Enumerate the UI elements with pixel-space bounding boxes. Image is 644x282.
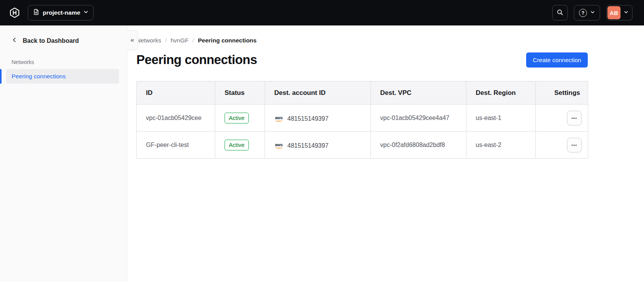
search-icon — [557, 9, 564, 17]
sidebar-section-networks: Networks — [12, 59, 127, 65]
ellipsis-icon: ••• — [572, 116, 577, 120]
column-header-status: Status — [215, 81, 265, 105]
chevron-down-icon — [590, 10, 595, 16]
status-badge: Active — [225, 140, 249, 150]
row-settings-button[interactable]: ••• — [567, 111, 582, 125]
back-to-dashboard-label: Back to Dashboard — [23, 37, 79, 44]
account-id-value: 481515149397 — [287, 115, 329, 122]
column-header-dest-account-id: Dest. account ID — [265, 81, 371, 105]
sidebar: Back to Dashboard Networks Peering conne… — [0, 25, 127, 282]
cell-dest-region: us-east-1 — [466, 105, 536, 132]
cell-settings: ••• — [536, 132, 588, 159]
back-to-dashboard-button[interactable]: Back to Dashboard — [0, 34, 85, 47]
collapse-sidebar-button[interactable]: « — [127, 30, 138, 50]
cell-dest-vpc: vpc-0f2afd6808ad2bdf8 — [371, 132, 466, 159]
user-menu-button[interactable]: AB — [606, 5, 632, 20]
page-title: Peering connections — [136, 52, 257, 67]
main-content: Networks / hvnGF / Peering connections P… — [127, 25, 644, 282]
breadcrumb-separator: / — [165, 37, 167, 44]
chevron-left-icon — [12, 37, 17, 44]
ellipsis-icon: ••• — [572, 143, 577, 147]
help-menu-button[interactable]: ? — [574, 5, 600, 20]
project-switcher-label: project-name — [43, 9, 80, 16]
column-header-settings: Settings — [536, 81, 588, 105]
create-connection-button[interactable]: Create connection — [526, 52, 588, 68]
aws-icon: aws — [274, 143, 283, 149]
cell-id: vpc-01acb05429cee — [137, 105, 215, 132]
cell-dest-account-id: aws 481515149397 — [265, 105, 371, 132]
table-row: vpc-01acb05429cee Active aws 48151514939… — [137, 105, 588, 132]
chevron-down-icon — [83, 9, 89, 16]
topbar: project-name ? — [0, 0, 644, 25]
column-header-dest-vpc: Dest. VPC — [371, 81, 466, 105]
chevron-down-icon — [624, 10, 629, 16]
column-header-id: ID — [137, 81, 215, 105]
table-header-row: ID Status Dest. account ID Dest. VPC Des… — [137, 81, 588, 105]
cell-id: GF-peer-cli-test — [137, 132, 215, 159]
sidebar-item-label: Peering connections — [12, 73, 65, 80]
sidebar-nav: Peering connections — [0, 69, 127, 84]
cell-dest-vpc: vpc-01acb05429cee4a47 — [371, 105, 466, 132]
help-icon: ? — [579, 9, 587, 17]
collapse-sidebar-icon: « — [131, 36, 134, 44]
status-badge: Active — [225, 113, 249, 123]
search-button[interactable] — [552, 5, 568, 20]
column-header-dest-region: Dest. Region — [466, 81, 536, 105]
sidebar-item-peering-connections[interactable]: Peering connections — [6, 69, 119, 84]
cell-settings: ••• — [536, 105, 588, 132]
aws-icon: aws — [274, 116, 283, 122]
hashicorp-logo-icon — [9, 7, 20, 18]
document-icon — [33, 8, 40, 17]
peering-connections-table: ID Status Dest. account ID Dest. VPC Des… — [136, 81, 588, 159]
account-id-value: 481515149397 — [287, 142, 329, 149]
breadcrumb-networks[interactable]: Networks — [136, 37, 161, 44]
cell-dest-account-id: aws 481515149397 — [265, 132, 371, 159]
avatar: AB — [607, 6, 621, 19]
cell-status: Active — [215, 132, 265, 159]
row-settings-button[interactable]: ••• — [567, 138, 582, 152]
breadcrumb: Networks / hvnGF / Peering connections — [136, 37, 588, 44]
cell-status: Active — [215, 105, 265, 132]
breadcrumb-hvn[interactable]: hvnGF — [171, 37, 189, 44]
breadcrumb-current: Peering connections — [198, 37, 257, 44]
project-switcher[interactable]: project-name — [28, 5, 94, 20]
breadcrumb-separator: / — [192, 37, 194, 44]
active-indicator — [0, 69, 2, 84]
table-row: GF-peer-cli-test Active aws 481515149397 — [137, 132, 588, 159]
cell-dest-region: us-east-2 — [466, 132, 536, 159]
